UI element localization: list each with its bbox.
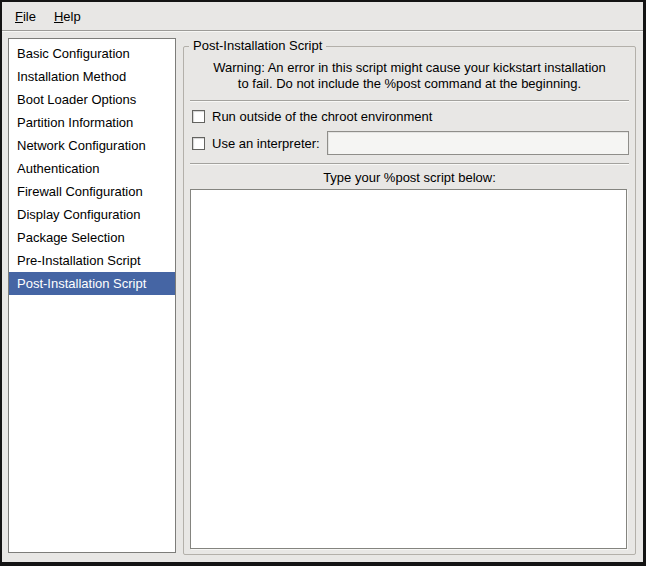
interpreter-checkbox-row: Use an interpreter: — [190, 131, 629, 155]
sidebar-item-pre-installation-script[interactable]: Pre-Installation Script — [9, 249, 175, 272]
sidebar-item-basic-configuration[interactable]: Basic Configuration — [9, 42, 175, 65]
chroot-checkbox[interactable] — [192, 110, 205, 123]
frame-title: Post-Installation Script — [189, 38, 326, 53]
interpreter-input[interactable] — [327, 131, 629, 155]
post-installation-frame: Post-Installation Script Warning: An err… — [183, 46, 636, 555]
interpreter-checkbox[interactable] — [192, 137, 205, 150]
post-script-textarea[interactable] — [190, 189, 627, 549]
sidebar-item-firewall-configuration[interactable]: Firewall Configuration — [9, 180, 175, 203]
chroot-checkbox-row: Run outside of the chroot environment — [190, 109, 629, 124]
frame-body: Warning: An error in this script might c… — [190, 57, 629, 549]
warning-text: Warning: An error in this script might c… — [190, 60, 629, 92]
separator — [190, 163, 629, 165]
chroot-checkbox-label[interactable]: Run outside of the chroot environment — [212, 109, 432, 124]
kickstart-configurator-window: File Help Basic Configuration Installati… — [0, 0, 646, 566]
sidebar-item-display-configuration[interactable]: Display Configuration — [9, 203, 175, 226]
sidebar-item-network-configuration[interactable]: Network Configuration — [9, 134, 175, 157]
separator — [190, 100, 629, 102]
warning-line-1: Warning: An error in this script might c… — [190, 60, 629, 76]
warning-line-2: to fail. Do not include the %post comman… — [190, 76, 629, 92]
menu-file[interactable]: File — [6, 5, 45, 28]
sidebar-item-authentication[interactable]: Authentication — [9, 157, 175, 180]
script-area-label: Type your %post script below: — [190, 170, 629, 185]
menubar: File Help — [2, 2, 643, 31]
interpreter-checkbox-label[interactable]: Use an interpreter: — [212, 136, 320, 151]
sidebar-item-boot-loader-options[interactable]: Boot Loader Options — [9, 88, 175, 111]
sidebar-item-partition-information[interactable]: Partition Information — [9, 111, 175, 134]
section-list: Basic Configuration Installation Method … — [8, 38, 176, 553]
sidebar-item-post-installation-script[interactable]: Post-Installation Script — [9, 272, 175, 295]
sidebar-item-installation-method[interactable]: Installation Method — [9, 65, 175, 88]
sidebar-item-package-selection[interactable]: Package Selection — [9, 226, 175, 249]
menu-help[interactable]: Help — [45, 5, 90, 28]
